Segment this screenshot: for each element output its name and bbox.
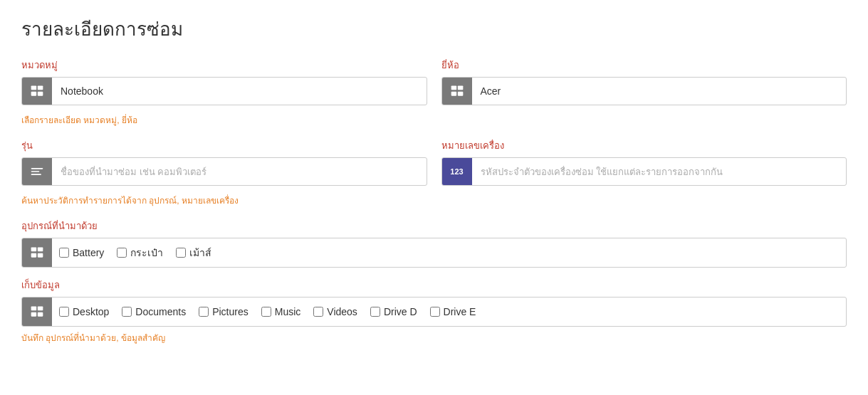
accessories-label: อุปกรณ์ที่นำมาด้วย [21,218,847,233]
storage-drivee-checkbox[interactable] [430,307,440,317]
storage-documents[interactable]: Documents [122,306,186,317]
model-label: รุ่น [21,138,427,153]
accessory-bag-label: กระเป๋า [130,245,163,260]
storage-desktop[interactable]: Desktop [59,306,109,317]
storage-drived[interactable]: Drive D [370,306,417,317]
accessory-battery-label: Battery [73,247,104,258]
svg-rect-14 [38,253,43,258]
brand-icon [442,78,472,105]
accessories-field: Battery กระเป๋า เม้าส์ [21,238,847,268]
svg-rect-11 [31,248,37,252]
storage-pictures-label: Pictures [212,306,249,317]
svg-rect-13 [31,253,37,258]
category-field[interactable]: Notebook [21,77,427,105]
model-icon [22,158,52,185]
storage-label: เก็บข้อมูล [21,278,847,293]
accessory-mouse[interactable]: เม้าส์ [176,245,211,260]
serial-label: หมายเลขเครื่อง [441,138,847,153]
svg-rect-16 [38,307,43,311]
storage-music[interactable]: Music [261,306,301,317]
svg-rect-0 [31,86,37,90]
svg-rect-15 [31,307,37,311]
svg-rect-12 [38,248,43,252]
storage-desktop-checkbox[interactable] [59,307,69,317]
accessory-bag-checkbox[interactable] [117,248,127,258]
accessories-items: Battery กระเป๋า เม้าส์ [52,239,846,266]
svg-rect-5 [457,86,463,90]
storage-documents-checkbox[interactable] [122,307,132,317]
model-placeholder: ชื่อของที่นำมาซ่อม เช่น คอมพิวเตอร์ [52,164,427,179]
svg-rect-9 [31,171,40,172]
storage-music-label: Music [275,306,301,317]
serial-icon: 123 [442,158,472,185]
category-label: หมวดหมู่ [21,58,427,73]
svg-rect-18 [38,312,43,317]
storage-drivee-label: Drive E [444,306,476,317]
storage-desktop-label: Desktop [73,306,109,317]
accessory-mouse-label: เม้าส์ [189,245,211,260]
page-title: รายละเอียดการซ่อม [21,14,847,43]
svg-rect-8 [31,168,43,169]
svg-rect-2 [31,92,37,96]
storage-videos-label: Videos [327,306,357,317]
accessory-mouse-checkbox[interactable] [176,248,186,258]
model-hint-link[interactable]: ค้นหาประวัติการทำรายการได้จาก อุปกรณ์, ห… [21,194,847,207]
footer-hint-link[interactable]: บันทึก อุปกรณ์ที่นำมาด้วย, ข้อมูลสำคัญ [21,331,847,344]
serial-placeholder: รหัสประจำตัวของเครื่องซ่อม ใช้แยกแต่ละรา… [472,164,847,179]
brand-value: Acer [472,85,847,97]
svg-rect-4 [451,86,456,90]
storage-videos[interactable]: Videos [313,306,357,317]
storage-pictures[interactable]: Pictures [199,306,249,317]
storage-drivee[interactable]: Drive E [430,306,476,317]
storage-documents-label: Documents [135,306,186,317]
storage-drived-checkbox[interactable] [370,307,380,317]
brand-label: ยี่ห้อ [441,58,847,73]
brand-field[interactable]: Acer [441,77,847,105]
category-hint-link[interactable]: เลือกรายละเอียด หมวดหมู่, ยี่ห้อ [21,113,847,127]
accessories-icon [22,238,52,267]
serial-field[interactable]: 123 รหัสประจำตัวของเครื่องซ่อม ใช้แยกแต่… [441,157,847,186]
accessory-bag[interactable]: กระเป๋า [117,245,163,260]
storage-drived-label: Drive D [384,306,417,317]
svg-rect-10 [31,174,41,175]
svg-rect-1 [38,86,43,90]
accessory-battery[interactable]: Battery [59,247,104,258]
category-value: Notebook [52,85,427,97]
model-field[interactable]: ชื่อของที่นำมาซ่อม เช่น คอมพิวเตอร์ [21,157,427,186]
storage-field: Desktop Documents Pictures Music Videos … [21,297,847,327]
svg-rect-3 [38,92,43,96]
storage-icon [22,297,52,326]
storage-items: Desktop Documents Pictures Music Videos … [52,300,846,323]
storage-videos-checkbox[interactable] [313,307,323,317]
accessory-battery-checkbox[interactable] [59,248,69,258]
svg-rect-17 [31,312,37,317]
svg-rect-7 [457,92,463,96]
storage-music-checkbox[interactable] [261,307,271,317]
category-icon [22,78,52,105]
svg-rect-6 [451,92,456,96]
storage-pictures-checkbox[interactable] [199,307,209,317]
